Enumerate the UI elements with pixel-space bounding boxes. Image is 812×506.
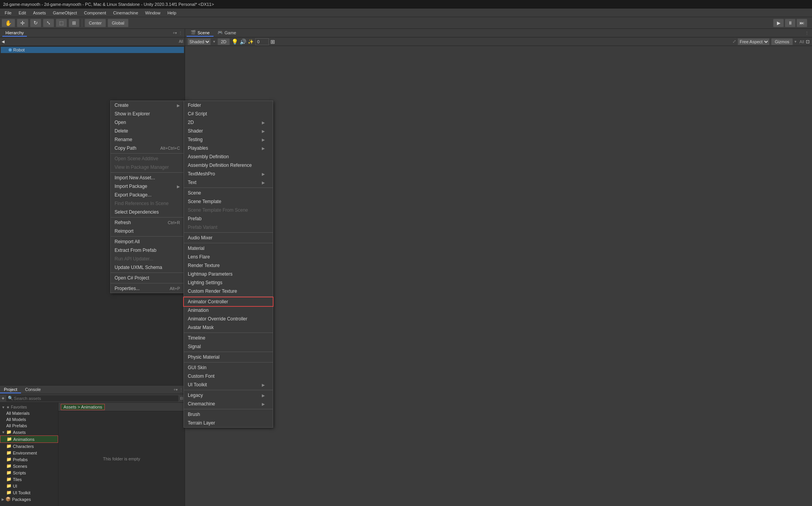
menu-item-animation[interactable]: Animation — [184, 306, 273, 315]
tree-characters[interactable]: 📁 Characters — [0, 443, 58, 449]
menu-item-custom-font[interactable]: Custom Font — [184, 372, 273, 380]
light-toggle[interactable]: 💡 — [231, 39, 238, 45]
tree-ui[interactable]: 📁 UI — [0, 483, 58, 489]
tree-all-materials[interactable]: All Materials — [0, 410, 58, 416]
menu-file[interactable]: File — [2, 10, 15, 16]
menu-item-open-csharp[interactable]: Open C# Project — [111, 274, 188, 282]
global-toggle[interactable]: Global — [108, 19, 129, 27]
move-tool[interactable]: ✛ — [17, 19, 28, 27]
menu-item-lighting-settings[interactable]: Lighting Settings — [184, 278, 273, 287]
menu-item-2d[interactable]: 2D ▶ — [184, 118, 273, 127]
tab-scene[interactable]: 🎬 Scene — [187, 29, 214, 37]
menu-item-lens-flare[interactable]: Lens Flare — [184, 253, 273, 261]
menu-item-brush[interactable]: Brush — [184, 410, 273, 419]
aspect-dropdown[interactable]: Free Aspect — [738, 38, 770, 45]
menu-item-testing[interactable]: Testing ▶ — [184, 135, 273, 144]
menu-item-prefab[interactable]: Prefab — [184, 214, 273, 223]
center-toggle[interactable]: Center — [85, 19, 106, 27]
menu-item-scene[interactable]: Scene — [184, 189, 273, 197]
project-more-icon[interactable]: ⋮ — [179, 387, 183, 392]
transform-tool[interactable]: ⊞ — [69, 19, 79, 27]
search-filter-icon[interactable]: ⊟ — [180, 396, 183, 400]
rotate-tool[interactable]: ↻ — [30, 19, 41, 27]
menu-item-animator-override-controller[interactable]: Animator Override Controller — [184, 315, 273, 323]
tree-scenes[interactable]: 📁 Scenes — [0, 463, 58, 469]
menu-item-import-package[interactable]: Import Package ▶ — [111, 182, 188, 191]
menu-item-ui-toolkit[interactable]: UI Toolkit ▶ — [184, 380, 273, 389]
tree-favorites[interactable]: ▼ ★ Favorites — [0, 404, 58, 410]
menu-item-avatar-mask[interactable]: Avatar Mask — [184, 323, 273, 332]
tab-project[interactable]: Project — [0, 386, 21, 393]
hand-tool[interactable]: ✋ — [2, 19, 15, 27]
add-icon[interactable]: +▾ — [173, 31, 177, 35]
menu-edit[interactable]: Edit — [16, 10, 29, 16]
scene-width-icon[interactable]: ⤢ — [733, 39, 736, 44]
menu-item-timeline[interactable]: Timeline — [184, 334, 273, 342]
tree-animations[interactable]: 📁 Animations — [0, 435, 58, 443]
menu-item-open[interactable]: Open — [111, 118, 188, 127]
menu-item-signal[interactable]: Signal — [184, 342, 273, 351]
pause-button[interactable]: ⏸ — [785, 19, 796, 27]
tree-ui-toolkit[interactable]: 📁 UI Toolkit — [0, 489, 58, 496]
tab-hierarchy[interactable]: Hierarchy — [2, 30, 27, 37]
menu-item-text[interactable]: Text ▶ — [184, 178, 273, 187]
hierarchy-item-robot[interactable]: Robot — [1, 47, 184, 53]
menu-item-folder[interactable]: Folder — [184, 101, 273, 110]
menu-item-scene-template[interactable]: Scene Template — [184, 197, 273, 206]
menu-cinemachine[interactable]: Cinemachine — [110, 10, 141, 16]
project-add-icon[interactable]: +▾ — [173, 387, 178, 392]
menu-component[interactable]: Component — [81, 10, 109, 16]
scale-tool[interactable]: ⤡ — [43, 19, 54, 27]
menu-item-extract-from-prefab[interactable]: Extract From Prefab — [111, 246, 188, 255]
audio-toggle[interactable]: 🔊 — [240, 39, 246, 45]
scene-panel-more[interactable]: ⋮ — [805, 31, 809, 35]
fx-toggle[interactable]: ✨ — [248, 39, 254, 44]
menu-item-export-package[interactable]: Export Package... — [111, 191, 188, 199]
menu-item-create[interactable]: Create ▶ — [111, 101, 188, 110]
menu-item-cinemachine[interactable]: Cinemachine ▶ — [184, 400, 273, 408]
menu-item-animator-controller[interactable]: Animator Controller — [184, 297, 273, 306]
hierarchy-back[interactable]: ◀ — [2, 39, 5, 44]
menu-item-csharp-script[interactable]: C# Script — [184, 110, 273, 118]
menu-item-rename[interactable]: Rename — [111, 135, 188, 144]
menu-item-textmeshpro[interactable]: TextMeshPro ▶ — [184, 170, 273, 178]
menu-window[interactable]: Window — [142, 10, 164, 16]
menu-gameobject[interactable]: GameObject — [50, 10, 80, 16]
menu-item-material[interactable]: Material — [184, 244, 273, 253]
2d-toggle[interactable]: 2D — [217, 38, 230, 45]
menu-item-audio-mixer[interactable]: Audio Mixer — [184, 234, 273, 242]
tree-environment[interactable]: 📁 Environment — [0, 449, 58, 456]
menu-item-legacy[interactable]: Legacy ▶ — [184, 391, 273, 400]
menu-item-import-new-asset[interactable]: Import New Asset... — [111, 173, 188, 182]
menu-item-lightmap-parameters[interactable]: Lightmap Parameters — [184, 270, 273, 278]
menu-item-update-uxml[interactable]: Update UXML Schema — [111, 263, 188, 272]
menu-item-terrain-layer[interactable]: Terrain Layer — [184, 419, 273, 427]
tab-console[interactable]: Console — [21, 386, 44, 393]
scene-scale-input[interactable] — [255, 38, 269, 45]
menu-item-assembly-definition-reference[interactable]: Assembly Definition Reference — [184, 161, 273, 170]
tree-tiles[interactable]: 📁 Tiles — [0, 476, 58, 483]
tab-game[interactable]: 🎮 Game — [214, 29, 240, 37]
menu-item-playables[interactable]: Playables ▶ — [184, 144, 273, 152]
menu-item-gui-skin[interactable]: GUI Skin — [184, 363, 273, 372]
menu-item-reimport-all[interactable]: Reimport All — [111, 237, 188, 246]
menu-item-delete[interactable]: Delete — [111, 127, 188, 135]
tree-scripts[interactable]: 📁 Scripts — [0, 469, 58, 476]
rect-tool[interactable]: ⬚ — [56, 19, 67, 27]
menu-item-assembly-definition[interactable]: Assembly Definition — [184, 152, 273, 161]
search-input[interactable] — [14, 396, 177, 401]
menu-item-properties[interactable]: Properties... Alt+P — [111, 284, 188, 293]
shading-dropdown[interactable]: Shaded — [187, 38, 211, 45]
menu-item-show-in-explorer[interactable]: Show in Explorer — [111, 110, 188, 118]
menu-item-custom-render-texture[interactable]: Custom Render Texture — [184, 287, 273, 295]
breadcrumb-text[interactable]: Assets > Animations — [61, 404, 105, 410]
grid-toggle[interactable]: ⊞ — [270, 39, 275, 45]
play-button[interactable]: ▶ — [773, 19, 784, 27]
menu-help[interactable]: Help — [164, 10, 180, 16]
gizmos-button[interactable]: Gizmos — [771, 38, 793, 45]
menu-item-physic-material[interactable]: Physic Material — [184, 353, 273, 361]
menu-item-shader[interactable]: Shader ▶ — [184, 127, 273, 135]
tree-prefabs[interactable]: 📁 Prefabs — [0, 456, 58, 463]
menu-item-refresh[interactable]: Refresh Ctrl+R — [111, 218, 188, 227]
tree-assets[interactable]: ▼ 📁 Assets — [0, 429, 58, 435]
